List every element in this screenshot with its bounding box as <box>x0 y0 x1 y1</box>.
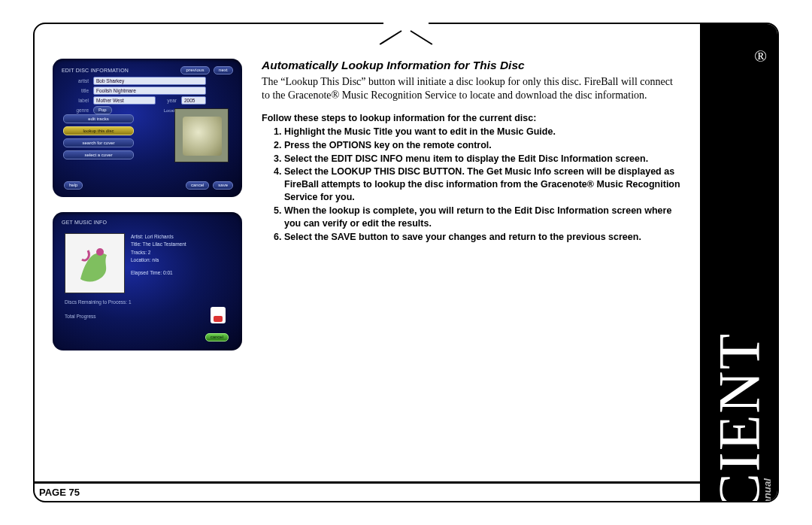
step-item: When the lookup is complete, you will re… <box>284 205 682 230</box>
edit-tracks-button[interactable]: edit tracks <box>63 114 134 123</box>
step-item: Select the EDIT DISC INFO menu item to d… <box>284 153 682 165</box>
genre-label: genre <box>63 108 89 113</box>
info-tracks: Tracks: 2 <box>131 249 186 256</box>
thumb2-title: GET MUSIC INFO <box>62 220 107 225</box>
help-button[interactable]: help <box>64 181 83 190</box>
screenshot-edit-disc-info: EDIT DISC INFORMATION previous next arti… <box>53 59 242 197</box>
thumb1-prev-button[interactable]: previous <box>180 66 209 74</box>
search-for-cover-button[interactable]: search for cover <box>63 138 134 147</box>
info-elapsed: Elapsed Time: 0:01 <box>131 269 186 277</box>
brand-band: ® ESCIENT FireBall™ AVX & MX Series User… <box>700 24 777 501</box>
svg-point-0 <box>96 248 104 256</box>
thumb2-cancel-button[interactable]: cancel <box>205 333 229 341</box>
registered-mark: ® <box>754 47 767 66</box>
cover-art-thumb1 <box>174 108 229 162</box>
cover-art-thumb2 <box>65 233 125 293</box>
total-progress-label: Total Progress <box>65 314 132 319</box>
page-frame: ® ESCIENT FireBall™ AVX & MX Series User… <box>33 23 779 502</box>
info-location: Location: n/a <box>131 256 186 264</box>
select-a-cover-button[interactable]: select a cover <box>63 150 134 159</box>
thumb1-next-button[interactable]: next <box>214 66 233 74</box>
info-artist: Artist: Lori Richards <box>131 233 186 241</box>
genre-button[interactable]: Pop <box>93 106 112 114</box>
section-heading: Automatically Lookup Information for Thi… <box>262 59 682 72</box>
discs-remaining: Discs Remaining to Process: 1 <box>65 299 132 305</box>
text-column: Automatically Lookup Information for Thi… <box>262 59 682 366</box>
save-button[interactable]: save <box>213 181 233 190</box>
thumbnail-column: EDIT DISC INFORMATION previous next arti… <box>53 59 248 366</box>
label-label: label <box>63 98 89 103</box>
steps-list: Highlight the Music Title you want to ed… <box>262 126 682 244</box>
title-label: title <box>63 88 89 93</box>
manual-title: FireBall™ AVX & MX Series User’s Manual <box>762 478 773 501</box>
step-item: Highlight the Music Title you want to ed… <box>284 126 682 138</box>
cancel-button[interactable]: cancel <box>186 181 209 190</box>
page-content: EDIT DISC INFORMATION previous next arti… <box>35 24 700 501</box>
step-item: Select the SAVE button to save your chan… <box>284 231 682 244</box>
label-field[interactable]: Mother West <box>93 96 156 105</box>
intro-paragraph: The “Lookup This Disc” button will initi… <box>262 75 682 102</box>
artist-field[interactable]: Bob Sharkey <box>93 77 206 85</box>
info-title: Title: The Lilac Testament <box>131 241 186 248</box>
brand-logo-text: ESCIENT <box>710 332 768 501</box>
year-label: year <box>160 98 177 103</box>
page-number: PAGE 75 <box>35 481 700 501</box>
thumb1-title: EDIT DISC INFORMATION <box>62 68 129 73</box>
step-item: Select the LOOKUP THIS DISC BUTTON. The … <box>284 165 682 204</box>
artist-label: artist <box>63 78 89 83</box>
screenshot-get-music-info: GET MUSIC INFO Artist: Lori Richards Tit… <box>53 212 242 351</box>
step-item: Press the OPTIONS key on the remote cont… <box>284 139 682 152</box>
year-field[interactable]: 2005 <box>181 96 206 105</box>
lookup-this-disc-button[interactable]: lookup this disc <box>63 126 134 135</box>
steps-lead: Follow these steps to lookup information… <box>262 113 682 123</box>
title-field[interactable]: Foolish Nightmare <box>93 86 206 95</box>
disc-icon <box>211 307 226 323</box>
